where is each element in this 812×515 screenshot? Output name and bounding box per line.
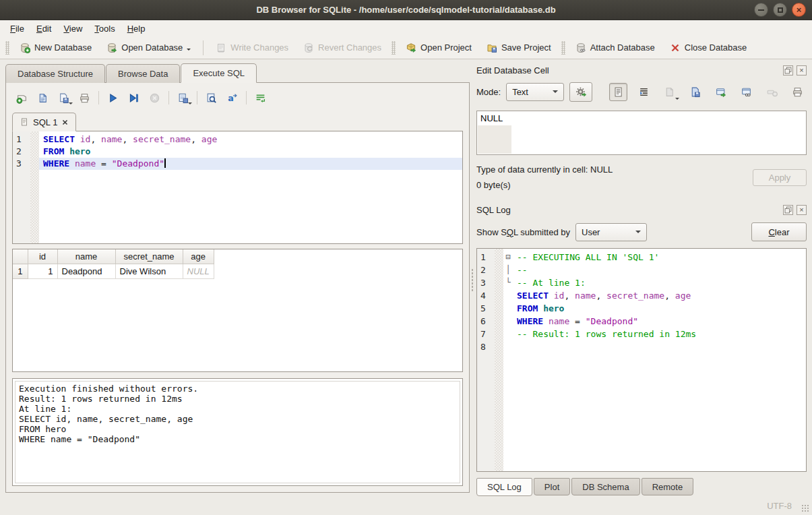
sql-log-view[interactable]: 1⊟-- EXECUTING ALL IN 'SQL 1'2│--3└-- At… [476, 248, 807, 472]
export-data-button[interactable] [686, 83, 704, 101]
code-line[interactable]: 7-- Result: 1 rows returned in 12ms [477, 328, 806, 340]
print-button[interactable] [76, 90, 93, 106]
tab-browse-data[interactable]: Browse Data [106, 64, 180, 83]
resize-grip[interactable] [801, 504, 809, 512]
code-line[interactable]: 2FROM hero [13, 146, 462, 158]
dock-tab-sql-log[interactable]: SQL Log [476, 478, 532, 496]
cell-value-editor[interactable]: NULL [476, 111, 807, 155]
line-number: 1 [477, 251, 495, 264]
import-data-button[interactable] [660, 83, 679, 101]
new-tab-button[interactable] [13, 90, 30, 106]
cell[interactable]: 1 [28, 264, 57, 279]
bottom-dock-tab-bar: SQL LogPlotDB SchemaRemote [476, 478, 807, 496]
text-mode-button[interactable] [609, 83, 627, 101]
close-sql-tab-button[interactable] [61, 119, 69, 126]
find-button[interactable] [203, 90, 220, 106]
dropdown-arrow-icon[interactable] [675, 98, 679, 102]
code-line[interactable]: 2│-- [477, 264, 806, 276]
tab-database-structure[interactable]: Database Structure [5, 64, 105, 83]
fold-marker-icon[interactable]: │ [503, 264, 513, 276]
code-line[interactable]: 3└-- At line 1: [477, 276, 806, 289]
code-line[interactable]: 4SELECT id, name, secret_name, age [477, 289, 806, 302]
apply-button[interactable]: Apply [753, 169, 807, 186]
text-cursor [164, 158, 166, 168]
save-sql-file-button[interactable] [55, 90, 72, 106]
close-database-button[interactable]: Close Database [666, 40, 751, 56]
fold-column [503, 340, 513, 353]
print-icon [792, 86, 803, 98]
float-dock-button[interactable] [783, 65, 793, 75]
column-header-age[interactable]: age [183, 249, 214, 264]
open-database-button[interactable]: Open Database [103, 40, 194, 56]
fold-marker-icon[interactable]: ⊟ [503, 251, 513, 264]
open-project-button[interactable]: Open Project [402, 40, 475, 56]
copy-link-button[interactable] [737, 83, 755, 101]
menu-item-edit[interactable]: Edit [30, 22, 57, 36]
print-icon [79, 92, 90, 104]
minimize-button[interactable] [754, 3, 768, 17]
cell[interactable]: Deadpond [57, 264, 115, 279]
revert-changes-button[interactable]: Revert Changes [300, 40, 385, 56]
dropdown-arrow-icon[interactable] [187, 49, 191, 53]
word-wrap-cell-button[interactable] [635, 83, 653, 101]
menu-item-tools[interactable]: Tools [88, 22, 121, 36]
menu-item-view[interactable]: View [57, 22, 88, 36]
dock-tab-remote[interactable]: Remote [642, 478, 694, 495]
vertical-splitter[interactable] [470, 63, 475, 496]
clear-log-button[interactable]: Clear [751, 222, 807, 241]
column-header-id[interactable]: id [28, 249, 57, 264]
open-database-button-label: Open Database [121, 42, 183, 53]
close-dock-button[interactable]: × [797, 205, 807, 215]
code-line[interactable]: 3WHERE name = "Deadpond" [13, 158, 462, 170]
row-header[interactable]: 1 [13, 264, 28, 279]
close-button[interactable]: × [792, 3, 806, 17]
code-line[interactable]: 8 [477, 340, 806, 353]
menu-item-file[interactable]: File [4, 22, 30, 36]
null-icon [766, 86, 778, 98]
float-dock-button[interactable] [783, 205, 793, 215]
code-text: WHERE name = "Deadpond" [513, 315, 806, 328]
sql-editor[interactable]: 1SELECT id, name, secret_name, age2FROM … [12, 131, 463, 244]
dock-tab-db-schema[interactable]: DB Schema [571, 478, 639, 495]
dropdown-arrow-icon[interactable] [69, 102, 73, 107]
toolbar-grip[interactable] [5, 41, 9, 55]
cell[interactable]: NULL [183, 264, 214, 279]
new-database-button[interactable]: New Database [16, 40, 95, 56]
execute-line-button[interactable] [125, 90, 142, 106]
save-results-button[interactable] [175, 90, 191, 106]
statusbar: UTF-8 [0, 496, 812, 515]
cell[interactable]: Dive Wilson [115, 264, 183, 279]
execute-all-button[interactable] [104, 90, 121, 106]
toolbar-grip[interactable] [392, 41, 396, 55]
code-line[interactable]: 1SELECT id, name, secret_name, age [13, 133, 462, 146]
format-sql-button[interactable]: a [224, 90, 241, 106]
mode-select[interactable]: Text [506, 83, 564, 101]
open-sql-file-button[interactable] [34, 90, 51, 106]
tab-execute-sql[interactable]: Execute SQL [181, 63, 257, 83]
column-header-name[interactable]: name [57, 249, 115, 264]
submitter-select[interactable]: User [575, 223, 647, 241]
fold-marker-icon[interactable]: └ [503, 276, 513, 289]
auto-apply-button[interactable] [569, 82, 592, 102]
column-header-secret-name[interactable]: secret_name [115, 249, 183, 264]
titlebar[interactable]: DB Browser for SQLite - /home/user/code/… [0, 0, 812, 20]
code-line[interactable]: 1⊟-- EXECUTING ALL IN 'SQL 1' [477, 251, 806, 264]
word-wrap-button[interactable] [252, 90, 269, 106]
maximize-button[interactable] [773, 3, 787, 17]
dock-tab-plot[interactable]: Plot [534, 478, 570, 495]
stop-button[interactable] [146, 90, 163, 106]
sql-editor-tab[interactable]: SQL 1 [12, 113, 76, 131]
code-line[interactable]: 6WHERE name = "Deadpond" [477, 315, 806, 328]
code-line[interactable]: 5FROM hero [477, 302, 806, 315]
write-changes-button[interactable]: Write Changes [212, 40, 292, 56]
toolbar-grip[interactable] [561, 41, 565, 55]
menu-item-help[interactable]: Help [121, 22, 152, 36]
attach-database-button[interactable]: Attach Database [572, 40, 658, 56]
open-external-button[interactable] [712, 83, 730, 101]
code-text [513, 340, 806, 353]
dropdown-arrow-icon[interactable] [188, 102, 192, 107]
save-project-button[interactable]: Save Project [483, 40, 555, 56]
print-cell-button[interactable] [788, 83, 807, 101]
close-dock-button[interactable]: × [797, 65, 807, 75]
set-null-button[interactable] [763, 83, 781, 101]
